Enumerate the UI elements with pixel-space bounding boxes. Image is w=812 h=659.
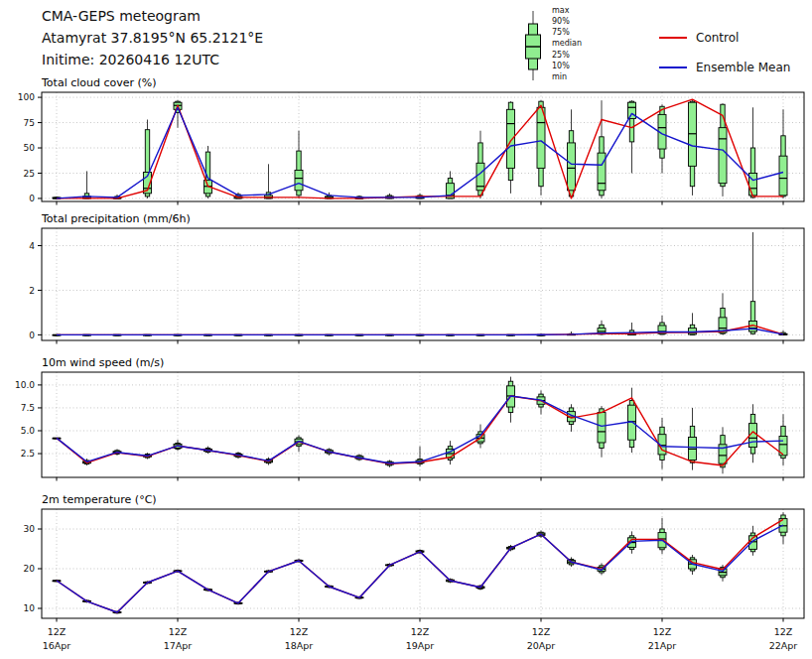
panel-title: 10m wind speed (m/s) [42,356,164,369]
x-tick-hour-label: 12Z [48,626,67,637]
box-p25-p75 [568,143,576,191]
x-tick-day-label: 20Apr [527,640,556,651]
panel-border [42,228,804,340]
control-line [57,519,783,612]
y-tick-label: 0 [29,330,35,340]
box-p25-p75 [537,107,545,168]
y-tick-label: 25 [24,169,35,179]
y-tick-label: 30 [24,524,36,534]
boxplot [447,171,455,198]
boxplot [719,427,727,473]
y-tick-label: 100 [18,92,35,102]
x-tick-hour-label: 12Z [169,626,188,637]
box-p25-p75 [295,170,303,190]
boxplot [598,406,606,458]
boxplot [598,100,606,198]
panel-title: 2m temperature (°C) [42,493,157,506]
panel-3: 2.55.07.510.010m wind speed (m/s) [15,356,804,481]
x-tick-hour-label: 12Z [774,626,793,637]
boxplot [416,447,424,466]
panel-4: 1020302m temperature (°C) [24,493,804,622]
boxplot [144,120,152,198]
x-tick-day-label: 21Apr [648,640,677,651]
boxplot [779,512,787,544]
x-tick-day-label: 18Apr [285,640,314,651]
x-tick-hour-label: 12Z [532,626,551,637]
y-tick-label: 4 [29,241,35,251]
boxplot [749,107,757,198]
boxplot [779,414,787,465]
y-tick-label: 20 [24,564,36,574]
ensemble-mean-line [57,107,783,198]
x-tick-hour-label: 12Z [411,626,430,637]
boxplot [83,171,91,198]
y-tick-label: 50 [24,143,36,153]
y-tick-label: 10.0 [15,380,35,390]
panel-2: 024Total precipitation (mm/6h) [29,212,804,344]
boxplot [628,100,636,173]
boxplot [749,232,757,334]
box-p25-p75 [719,128,727,184]
x-tick-day-label: 19Apr [406,640,435,651]
y-tick-label: 5.0 [21,426,36,436]
boxplot [658,518,666,554]
x-tick-day-label: 17Apr [164,640,193,651]
meteogram-page: CMA-GEPS meteogram Atamyrat 37.8195°N 65… [0,0,812,659]
x-tick-day-label: 22Apr [769,640,798,651]
y-tick-label: 0 [29,194,35,203]
x-tick-day-label: 16Apr [43,640,71,651]
y-tick-label: 75 [24,118,35,128]
box-p25-p75 [779,156,787,196]
x-tick-hour-label: 12Z [653,626,672,637]
boxplot [295,131,303,198]
box-p25-p75 [598,153,606,191]
y-tick-label: 7.5 [21,403,35,413]
x-axis-labels: 12Z16Apr12Z17Apr12Z18Apr12Z19Apr12Z20Apr… [43,626,798,651]
y-tick-label: 10 [24,603,36,613]
panel-title: Total precipitation (mm/6h) [41,212,191,225]
meteogram-chart: 0255075100Total cloud cover (%)024Total … [0,0,812,659]
box-p25-p75 [598,413,606,443]
y-tick-label: 2.5 [21,449,35,459]
panel-1: 0255075100Total cloud cover (%) [18,76,804,205]
boxplot [658,104,666,173]
x-tick-hour-label: 12Z [290,626,309,637]
boxplot [507,101,515,194]
boxplot [689,100,697,196]
boxplot [719,293,727,334]
y-tick-label: 2 [29,286,35,296]
boxplot [476,131,484,198]
panel-title: Total cloud cover (%) [41,76,157,89]
box-p25-p75 [507,109,515,168]
